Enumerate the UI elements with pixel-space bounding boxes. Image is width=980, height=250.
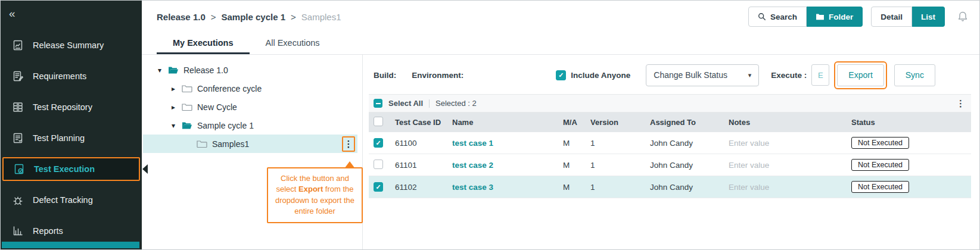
- version-cell: 1: [584, 139, 644, 148]
- header-checkbox[interactable]: [374, 117, 383, 126]
- callout-text: Click the button and select Export from …: [275, 174, 354, 215]
- execution-panel: Build: Environment: Include Anyone Chang…: [363, 55, 979, 249]
- test-case-name-link[interactable]: test case 1: [446, 139, 557, 148]
- column-header-name[interactable]: Name: [446, 118, 557, 127]
- tab-my-executions[interactable]: My Executions: [157, 33, 250, 54]
- breadcrumb: Release 1.0 > Sample cycle 1 > Samples1: [157, 12, 341, 22]
- version-cell: 1: [584, 161, 644, 170]
- status-badge[interactable]: Not Executed: [851, 159, 909, 171]
- divider: [429, 99, 430, 108]
- breadcrumb-item-cycle[interactable]: Sample cycle 1: [222, 12, 286, 22]
- assigned-to-cell: John Candy: [644, 183, 723, 192]
- breadcrumb-separator: >: [291, 12, 296, 22]
- column-header-status[interactable]: Status: [845, 118, 971, 127]
- tree-node-conference-cycle[interactable]: ▸ Conference cycle: [142, 79, 357, 98]
- caret-right-icon[interactable]: ▸: [169, 85, 178, 93]
- list-view-button[interactable]: List: [912, 7, 945, 27]
- search-button-label: Search: [770, 12, 797, 21]
- breadcrumb-item-release[interactable]: Release 1.0: [157, 12, 206, 22]
- version-cell: 1: [584, 183, 644, 192]
- search-button[interactable]: Search: [748, 7, 807, 27]
- detail-list-toggle: Detail List: [871, 7, 945, 27]
- callout-arrow-up-icon: [344, 161, 355, 168]
- tree-node-new-cycle[interactable]: ▸ New Cycle: [142, 98, 357, 116]
- test-planning-icon: [11, 132, 24, 145]
- ma-cell: M: [557, 139, 584, 148]
- selected-count: Selected : 2: [435, 99, 477, 108]
- export-button[interactable]: Export: [837, 64, 883, 86]
- tree-node-release-1-0[interactable]: ▾ Release 1.0: [142, 61, 357, 79]
- change-bulk-status-label: Change Bulk Status: [654, 70, 727, 80]
- folder-view-button[interactable]: Folder: [807, 7, 863, 27]
- release-summary-icon: [11, 39, 24, 52]
- row-checkbox[interactable]: [374, 160, 383, 169]
- test-execution-icon: [13, 162, 26, 176]
- sidebar-flyout-arrow-icon[interactable]: [142, 164, 148, 174]
- column-header-version[interactable]: Version: [584, 118, 644, 127]
- sidebar-item-release-summary[interactable]: Release Summary: [1, 30, 142, 61]
- table-row[interactable]: 61102 test case 3 M 1 John Candy Enter v…: [369, 176, 971, 198]
- reports-bar-chart-icon: [11, 224, 24, 238]
- row-checkbox[interactable]: [374, 182, 383, 192]
- topbar: Release 1.0 > Sample cycle 1 > Samples1 …: [142, 1, 979, 33]
- row-checkbox[interactable]: [374, 138, 383, 148]
- sync-button[interactable]: Sync: [894, 64, 935, 86]
- test-case-name-link[interactable]: test case 2: [446, 161, 557, 170]
- sidebar-item-test-repository[interactable]: Test Repository: [1, 92, 142, 123]
- ma-cell: M: [557, 183, 584, 192]
- tree-node-samples1[interactable]: ▸ Samples1 ⋮: [143, 135, 357, 153]
- column-header-ma[interactable]: M/A: [557, 118, 584, 127]
- test-case-name-link[interactable]: test case 3: [446, 183, 557, 192]
- test-repository-icon: [11, 101, 24, 114]
- sidebar-item-label: Defect Tracking: [33, 195, 93, 205]
- sidebar-nav: Release Summary Requirements Test Reposi…: [1, 30, 142, 246]
- assigned-to-cell: John Candy: [644, 161, 723, 170]
- table-row[interactable]: 61101 test case 2 M 1 John Candy Enter v…: [369, 154, 971, 176]
- select-all-label[interactable]: Select All: [388, 99, 423, 108]
- sidebar-item-test-execution[interactable]: Test Execution: [2, 157, 140, 181]
- folder-icon: [816, 13, 825, 20]
- caret-right-icon[interactable]: ▸: [169, 103, 178, 111]
- breadcrumb-item-current: Samples1: [301, 12, 341, 22]
- sidebar-item-defect-tracking[interactable]: Defect Tracking: [1, 185, 142, 215]
- execution-controls: Build: Environment: Include Anyone Chang…: [369, 62, 971, 88]
- column-header-assigned-to[interactable]: Assigned To: [644, 118, 723, 127]
- select-all-checkbox[interactable]: [374, 99, 382, 108]
- sidebar: « Release Summary Requirements Test Repo…: [1, 1, 142, 249]
- sidebar-item-requirements[interactable]: Requirements: [1, 61, 142, 92]
- include-anyone-checkbox[interactable]: [556, 70, 566, 80]
- tree-node-label: New Cycle: [197, 102, 237, 112]
- table-row[interactable]: 61100 test case 1 M 1 John Candy Enter v…: [369, 132, 971, 154]
- notes-input[interactable]: Enter value: [723, 139, 845, 148]
- execute-label: Execute :: [771, 71, 807, 80]
- caret-down-icon[interactable]: ▾: [169, 121, 178, 130]
- closed-folder-icon: [197, 140, 209, 148]
- tab-all-executions[interactable]: All Executions: [250, 33, 336, 54]
- main-area: Release 1.0 > Sample cycle 1 > Samples1 …: [142, 1, 979, 249]
- folder-menu-kebab-button[interactable]: ⋮: [342, 136, 355, 152]
- notes-input[interactable]: Enter value: [723, 183, 845, 192]
- status-badge[interactable]: Not Executed: [851, 137, 909, 149]
- sidebar-bottom-strip: [2, 242, 139, 248]
- column-header-notes[interactable]: Notes: [723, 118, 845, 127]
- search-folder-toggle: Search Folder: [748, 7, 863, 27]
- notifications-bell-icon[interactable]: [957, 11, 969, 23]
- tree-node-sample-cycle-1[interactable]: ▾ Sample cycle 1: [142, 116, 357, 135]
- grid-menu-kebab-icon[interactable]: ⋮: [956, 99, 965, 108]
- topbar-actions: Search Folder Detail List: [748, 7, 969, 27]
- execute-button[interactable]: E: [811, 64, 829, 86]
- grid-toolbar: Select All Selected : 2 ⋮: [369, 95, 971, 112]
- sidebar-item-label: Release Summary: [33, 40, 104, 50]
- caret-down-icon[interactable]: ▾: [155, 66, 164, 74]
- status-badge[interactable]: Not Executed: [851, 181, 909, 193]
- column-header-test-case-id[interactable]: Test Case ID: [389, 118, 446, 127]
- sidebar-item-label: Test Execution: [34, 164, 95, 174]
- folder-button-label: Folder: [829, 12, 853, 21]
- notes-input[interactable]: Enter value: [723, 161, 845, 170]
- sidebar-item-test-planning[interactable]: Test Planning: [1, 123, 142, 154]
- change-bulk-status-dropdown[interactable]: Change Bulk Status ▾: [646, 64, 759, 86]
- sidebar-collapse-button[interactable]: «: [1, 1, 142, 27]
- tree-node-label: Release 1.0: [183, 65, 228, 75]
- detail-view-button[interactable]: Detail: [871, 7, 912, 27]
- ma-cell: M: [557, 161, 584, 170]
